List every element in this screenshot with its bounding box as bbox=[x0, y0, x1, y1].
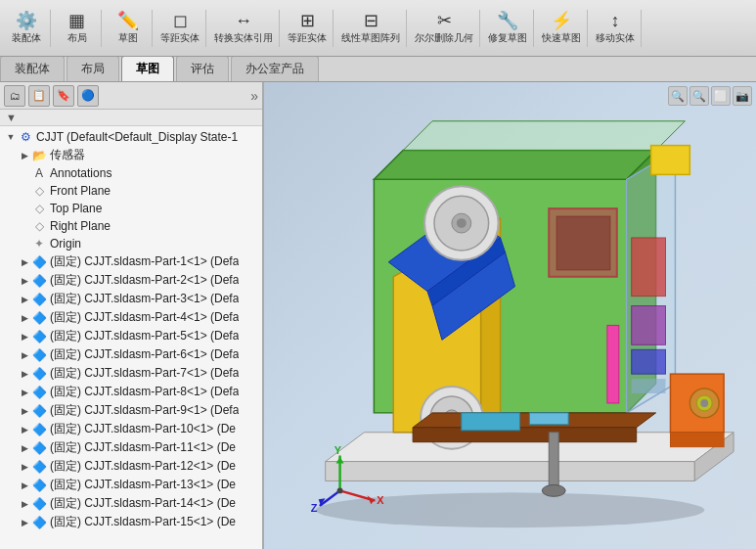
root-assembly-icon: ⚙ bbox=[18, 129, 33, 145]
tree-item[interactable]: ▶🔷(固定) CJJT.sldasm-Part-4<1> (Defa bbox=[0, 308, 262, 327]
expand-icon-9: ▶ bbox=[18, 311, 31, 325]
expand-icon-5 bbox=[18, 237, 31, 251]
item-label-3: Top Plane bbox=[50, 202, 102, 215]
expand-icon-20: ▶ bbox=[18, 516, 31, 529]
tree-root[interactable]: ▼ ⚙ CJJT (Default<Default_Display State-… bbox=[0, 128, 262, 146]
toolbar-group-6[interactable]: ⊟线性草图阵列 bbox=[335, 10, 407, 47]
tree-item[interactable]: ◇Front Plane bbox=[0, 182, 262, 200]
tree-item[interactable]: ▶📂传感器 bbox=[0, 146, 262, 164]
toolbar-group-10[interactable]: ↕移动实体 bbox=[590, 10, 642, 47]
tree-item[interactable]: ◇Top Plane bbox=[0, 200, 262, 217]
toolbar-label-9: 快速草图 bbox=[542, 31, 581, 45]
tree-item[interactable]: ▶🔷(固定) CJJT.sldasm-Part-9<1> (Defa bbox=[0, 401, 262, 420]
toolbar-icon-1: ▦ bbox=[68, 12, 85, 29]
item-icon-10: 🔷 bbox=[31, 329, 47, 344]
toolbar-group-9[interactable]: ⚡快速草图 bbox=[536, 10, 588, 47]
svg-point-16 bbox=[457, 218, 467, 228]
tree-item[interactable]: ▶🔷(固定) CJJT.sldasm-Part-5<1> (Defa bbox=[0, 327, 262, 345]
tree-area[interactable]: ▼ ⚙ CJJT (Default<Default_Display State-… bbox=[0, 126, 262, 549]
panel-btn-2[interactable]: 📋 bbox=[28, 85, 50, 107]
item-label-18: (固定) CJJT.sldasm-Part-13<1> (De bbox=[50, 477, 236, 493]
toolbar-label-3: 等距实体 bbox=[160, 31, 200, 45]
toolbar-group-7[interactable]: ✂尔尔删除几何 bbox=[409, 10, 480, 47]
item-icon-19: 🔷 bbox=[31, 496, 47, 512]
item-icon-20: 🔷 bbox=[31, 515, 47, 530]
filter-icon[interactable]: ▼ bbox=[6, 112, 17, 123]
tree-item[interactable]: ▶🔷(固定) CJJT.sldasm-Part-8<1> (Defa bbox=[0, 383, 262, 401]
tab-评估[interactable]: 评估 bbox=[176, 56, 229, 81]
tab-布局[interactable]: 布局 bbox=[67, 56, 119, 81]
item-label-9: (固定) CJJT.sldasm-Part-4<1> (Defa bbox=[50, 309, 239, 326]
toolbar-icon-6: ⊟ bbox=[364, 12, 378, 29]
toolbar-group-5[interactable]: ⊞等距实体 bbox=[282, 10, 334, 47]
item-label-7: (固定) CJJT.sldasm-Part-2<1> (Defa bbox=[50, 272, 239, 289]
vp-icon-zoom[interactable]: 🔍 bbox=[668, 86, 688, 106]
vp-icon-camera[interactable]: 📷 bbox=[733, 86, 752, 106]
tree-item[interactable]: ▶🔷(固定) CJJT.sldasm-Part-11<1> (De bbox=[0, 438, 262, 457]
expand-icon-14: ▶ bbox=[18, 404, 31, 418]
svg-rect-28 bbox=[462, 413, 520, 431]
toolbar-icon-0: ⚙️ bbox=[16, 12, 37, 29]
item-icon-11: 🔷 bbox=[31, 347, 47, 363]
tree-item[interactable]: ▶🔷(固定) CJJT.sldasm-Part-6<1> (Defa bbox=[0, 345, 262, 364]
item-label-12: (固定) CJJT.sldasm-Part-7<1> (Defa bbox=[50, 365, 239, 382]
toolbar-group-1[interactable]: ▦布局 bbox=[53, 10, 102, 47]
item-icon-13: 🔷 bbox=[31, 385, 47, 400]
item-icon-18: 🔷 bbox=[31, 478, 47, 493]
tree-item[interactable]: AAnnotations bbox=[0, 164, 262, 182]
toolbar-group-0[interactable]: ⚙️装配体 bbox=[2, 10, 51, 47]
toolbar-label-5: 等距实体 bbox=[288, 31, 327, 45]
tree-item[interactable]: ▶🔷(固定) CJJT.sldasm-Part-7<1> (Defa bbox=[0, 364, 262, 383]
toolbar-group-2[interactable]: ✏️草图 bbox=[104, 10, 153, 47]
tab-草图[interactable]: 草图 bbox=[121, 56, 174, 81]
vp-icon-zoom2[interactable]: 🔍 bbox=[689, 86, 709, 106]
tree-item[interactable]: ◇Right Plane bbox=[0, 217, 262, 235]
item-label-11: (固定) CJJT.sldasm-Part-6<1> (Defa bbox=[50, 346, 239, 363]
tab-装配体[interactable]: 装配体 bbox=[0, 56, 65, 81]
expand-icon-7: ▶ bbox=[18, 274, 31, 288]
expand-icon-17: ▶ bbox=[18, 460, 31, 474]
tree-item[interactable]: ▶🔷(固定) CJJT.sldasm-Part-15<1> (De bbox=[0, 513, 262, 531]
panel-expand-btn[interactable]: » bbox=[250, 88, 258, 104]
item-label-0: 传感器 bbox=[50, 147, 85, 163]
svg-marker-7 bbox=[403, 121, 685, 151]
panel-btn-1[interactable]: 🗂 bbox=[4, 85, 25, 107]
tree-item[interactable]: ▶🔷(固定) CJJT.sldasm-Part-14<1> (De bbox=[0, 494, 262, 513]
toolbar-label-1: 布局 bbox=[67, 31, 87, 45]
panel-btn-4[interactable]: 🔵 bbox=[77, 85, 99, 107]
tree-item[interactable]: ✦Origin bbox=[0, 235, 262, 252]
item-icon-16: 🔷 bbox=[31, 440, 47, 456]
tree-item[interactable]: ▶🔷(固定) CJJT.sldasm-Part-10<1> (De bbox=[0, 420, 262, 438]
tab-办公室产品[interactable]: 办公室产品 bbox=[231, 56, 319, 81]
toolbar-icon-2: ✏️ bbox=[117, 12, 139, 29]
tree-item[interactable]: ▶🔷(固定) CJJT.sldasm-Part-1<1> (Defa bbox=[0, 252, 262, 271]
toolbar-group-3[interactable]: ◻等距实体 bbox=[155, 10, 206, 47]
svg-text:Y: Y bbox=[334, 444, 342, 456]
item-icon-3: ◇ bbox=[31, 201, 47, 216]
toolbar-group-4[interactable]: ↔转换实体引用 bbox=[208, 10, 280, 47]
tree-item[interactable]: ▶🔷(固定) CJJT.sldasm-Part-12<1> (De bbox=[0, 457, 262, 476]
viewport[interactable]: 🔍 🔍 ⬜ 📷 bbox=[264, 82, 756, 549]
tree-item[interactable]: ▶🔷(固定) CJJT.sldasm-Part-2<1> (Defa bbox=[0, 271, 262, 290]
toolbar-icon-7: ✂ bbox=[437, 12, 452, 29]
svg-rect-37 bbox=[556, 216, 610, 270]
item-label-19: (固定) CJJT.sldasm-Part-14<1> (De bbox=[50, 495, 236, 512]
tree-item[interactable]: ▶🔷(固定) CJJT.sldasm-Part-13<1> (De bbox=[0, 476, 262, 494]
expand-icon-2 bbox=[18, 184, 31, 198]
item-label-17: (固定) CJJT.sldasm-Part-12<1> (De bbox=[50, 458, 236, 475]
toolbar-label-6: 线性草图阵列 bbox=[341, 31, 400, 45]
item-icon-5: ✦ bbox=[31, 236, 47, 252]
expand-icon-15: ▶ bbox=[18, 423, 31, 436]
svg-point-0 bbox=[316, 492, 705, 527]
panel-btn-3[interactable]: 🔖 bbox=[53, 85, 74, 107]
svg-rect-22 bbox=[632, 306, 666, 345]
vp-icon-view[interactable]: ⬜ bbox=[711, 86, 731, 106]
item-icon-0: 📂 bbox=[31, 148, 47, 163]
toolbar-group-8[interactable]: 🔧修复草图 bbox=[482, 10, 534, 47]
tree-item[interactable]: ▶🔷(固定) CJJT.sldasm-Part-3<1> (Defa bbox=[0, 290, 262, 308]
expand-icon-4 bbox=[18, 219, 31, 233]
svg-marker-27 bbox=[413, 428, 637, 442]
viewport-icons: 🔍 🔍 ⬜ 📷 bbox=[668, 86, 752, 106]
expand-icon-8: ▶ bbox=[18, 293, 31, 306]
item-icon-12: 🔷 bbox=[31, 366, 47, 382]
